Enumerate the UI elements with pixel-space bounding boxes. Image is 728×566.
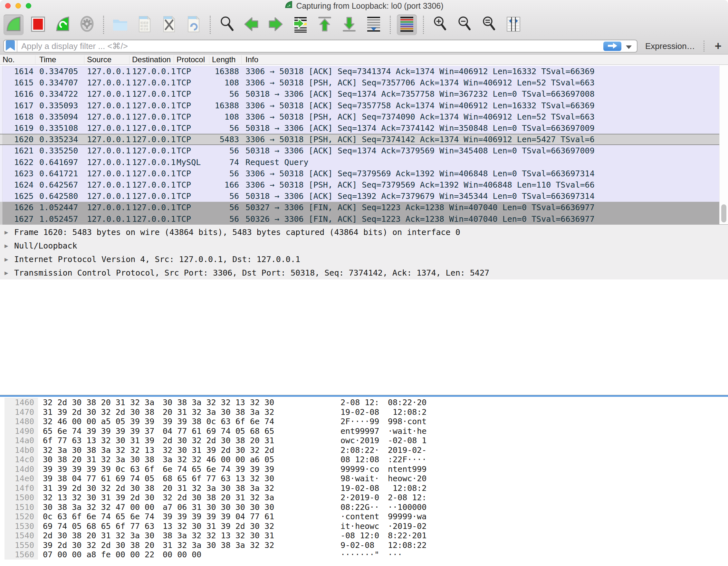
cell-info: 3306 → 50318 [PSH, ACK] Seq=7379569 Ack=… [242, 180, 719, 189]
packet-row-1622[interactable]: 16220.641697127.0.0.1127.0.0.1MySQL74Req… [0, 157, 719, 168]
packet-row-1625[interactable]: 16250.642580127.0.0.1127.0.0.1TCP5650318… [0, 190, 719, 202]
stop-capture-button[interactable] [28, 14, 48, 35]
hex-row-1470[interactable]: 147031 39 2d 30 32 2d 30 3820 31 32 3a 3… [0, 408, 728, 417]
packet-row-1626[interactable]: 16261.052447127.0.0.1127.0.0.1TCP5650327… [0, 202, 719, 213]
hex-row-14c0[interactable]: 14c030 38 20 31 32 3a 30 383a 32 32 46 0… [0, 455, 728, 465]
zoom-out-button[interactable] [455, 14, 474, 35]
hex-offset: 1470 [5, 408, 38, 417]
auto-scroll-button[interactable] [364, 14, 384, 35]
cell-len: 56 [209, 89, 242, 99]
filter-history-dropdown[interactable] [626, 45, 632, 49]
colorize-packets-button[interactable] [397, 14, 417, 35]
hex-row-14f0[interactable]: 14f031 39 2d 30 32 2d 30 3820 31 32 3a 3… [0, 484, 728, 493]
details-row-3[interactable]: ▶Transmission Control Protocol, Src Port… [0, 266, 728, 279]
packet-row-1623[interactable]: 16230.641721127.0.0.1127.0.0.1TCP563306 … [0, 168, 719, 179]
zoom-in-button[interactable] [430, 14, 450, 35]
packet-row-1627[interactable]: 16271.052457127.0.0.1127.0.0.1TCP5650326… [0, 213, 719, 224]
expand-triangle-icon[interactable]: ▶ [5, 269, 14, 276]
packet-row-1624[interactable]: 16240.642567127.0.0.1127.0.0.1TCP1663306… [0, 179, 719, 190]
details-row-0[interactable]: ▶Frame 1620: 5483 bytes on wire (43864 b… [0, 225, 728, 239]
hex-row-1530[interactable]: 153069 74 05 68 65 6f 77 6313 32 30 31 3… [0, 522, 728, 531]
hex-row-1560[interactable]: 156007 00 00 a8 fe 00 00 2200 00 00·····… [0, 550, 728, 560]
cell-no: 1614 [3, 67, 35, 76]
go-to-top-button[interactable] [315, 14, 335, 35]
hex-row-1460[interactable]: 146032 2d 30 38 20 31 32 3a30 38 3a 32 3… [0, 398, 728, 408]
hex-row-14d0[interactable]: 14d039 39 39 39 39 0c 63 6f6e 74 65 6e 7… [0, 465, 728, 474]
hex-row-1490[interactable]: 149065 6e 74 39 39 39 39 3704 77 61 69 7… [0, 427, 728, 436]
packet-row-1618[interactable]: 16180.335094127.0.0.1127.0.0.1TCP1083306… [0, 111, 719, 122]
zoom-original-button[interactable] [479, 14, 499, 35]
go-back-button[interactable] [241, 14, 261, 35]
capture-options-button[interactable] [77, 14, 97, 35]
expand-triangle-icon[interactable]: ▶ [5, 255, 14, 263]
packet-bytes-pane[interactable]: 146032 2d 30 38 20 31 32 3a30 38 3a 32 3… [0, 395, 728, 566]
go-to-packet-button[interactable] [290, 14, 310, 35]
hex-bytes: 3a 32 32 46 00 00 a6 05 [163, 455, 274, 465]
column-header-info[interactable]: Info [242, 55, 728, 64]
resize-columns-button[interactable] [503, 14, 523, 35]
save-file-button[interactable]: 010100110101110 [135, 14, 155, 35]
cell-no: 1615 [3, 78, 35, 87]
column-header-no[interactable]: No. [0, 55, 35, 64]
hex-bytes: 30 38 20 31 32 3a 30 38 [43, 455, 155, 465]
apply-filter-button[interactable] [603, 42, 621, 51]
start-capture-button[interactable] [4, 14, 24, 35]
scrollbar-thumb[interactable] [721, 204, 726, 222]
hex-row-1510[interactable]: 151030 38 3a 32 32 47 00 00a7 06 31 30 3… [0, 503, 728, 512]
zoom-window-button[interactable] [26, 3, 31, 9]
hex-ascii: 998·cont [388, 417, 426, 427]
close-window-button[interactable] [5, 3, 11, 9]
details-row-1[interactable]: ▶Null/Loopback [0, 239, 728, 252]
add-filter-button[interactable]: + [712, 40, 725, 52]
packet-row-1616[interactable]: 16160.334722127.0.0.1127.0.0.1TCP5650318… [0, 88, 719, 100]
row-gutter [0, 213, 3, 224]
cell-dst: 127.0.0.1 [129, 169, 174, 178]
cell-info: 3306 → 50318 [ACK] Seq=7341374 Ack=1374 … [242, 67, 719, 76]
column-header-protocol[interactable]: Protocol [174, 55, 209, 64]
hex-row-1500[interactable]: 150032 13 32 30 31 39 2d 3032 2d 30 38 2… [0, 493, 728, 503]
reload-file-button[interactable] [184, 14, 204, 35]
go-to-bottom-button[interactable] [339, 14, 359, 35]
find-packet-button[interactable] [217, 14, 237, 35]
hex-row-1550[interactable]: 155039 2d 30 32 2d 30 38 2031 32 3a 30 3… [0, 541, 728, 550]
hex-row-1520[interactable]: 15200c 63 6f 6e 74 65 6e 7439 39 39 39 3… [0, 512, 728, 522]
open-file-button[interactable] [110, 14, 130, 35]
cell-src: 127.0.0.1 [84, 158, 129, 167]
window-title-text: Capturing from Loopback: lo0 (port 3306) [296, 1, 443, 11]
packet-row-1615[interactable]: 16150.334707127.0.0.1127.0.0.1TCP1083306… [0, 77, 719, 88]
cell-proto: TCP [174, 78, 209, 87]
cell-proto: TCP [174, 67, 209, 76]
minimize-window-button[interactable] [15, 3, 21, 9]
hex-row-14e0[interactable]: 14e039 38 04 77 61 69 74 0568 65 6f 77 6… [0, 474, 728, 484]
packet-row-1619[interactable]: 16190.335108127.0.0.1127.0.0.1TCP5650318… [0, 122, 719, 134]
column-header-length[interactable]: Length [209, 55, 242, 64]
hex-row-1480[interactable]: 148032 46 00 00 a5 05 39 3939 39 38 0c 6… [0, 417, 728, 427]
column-header-destination[interactable]: Destination [129, 55, 174, 64]
column-header-time[interactable]: Time [35, 55, 84, 64]
close-file-button[interactable] [159, 14, 179, 35]
go-forward-button[interactable] [266, 14, 286, 35]
packet-row-1620[interactable]: 16200.335234127.0.0.1127.0.0.1TCP5483330… [0, 134, 719, 145]
display-filter-input[interactable]: Apply a display filter ... <⌘/> [3, 40, 637, 53]
expression-button[interactable]: Expression… [645, 41, 695, 51]
wireshark-window: Capturing from Loopback: lo0 (port 3306) [0, 0, 728, 566]
packet-row-1617[interactable]: 16170.335093127.0.0.1127.0.0.1TCP1638833… [0, 100, 719, 111]
cell-no: 1622 [3, 158, 35, 167]
column-header-source[interactable]: Source [84, 55, 129, 64]
restart-capture-button[interactable] [53, 14, 72, 35]
cell-len: 56 [209, 169, 242, 178]
hex-row-14b0[interactable]: 14b032 3a 30 38 3a 32 32 1332 30 31 39 2… [0, 446, 728, 455]
packet-list-scrollbar[interactable] [719, 65, 728, 224]
toolbar-separator [423, 16, 424, 34]
cell-proto: TCP [174, 214, 209, 224]
hex-bytes: 39 38 04 77 61 69 74 05 [43, 474, 155, 484]
filter-placeholder: Apply a display filter ... <⌘/> [21, 41, 128, 51]
packet-row-1614[interactable]: 16140.334705127.0.0.1127.0.0.1TCP1638833… [0, 66, 719, 77]
expand-triangle-icon[interactable]: ▶ [5, 242, 14, 249]
hex-row-14a0[interactable]: 14a06f 77 63 13 32 30 31 392d 30 32 2d 3… [0, 436, 728, 446]
hex-row-1540[interactable]: 15402d 30 38 20 31 32 3a 3038 3a 32 32 1… [0, 531, 728, 541]
filter-bookmark-button[interactable] [4, 40, 17, 52]
expand-triangle-icon[interactable]: ▶ [5, 228, 14, 235]
details-row-2[interactable]: ▶Internet Protocol Version 4, Src: 127.0… [0, 252, 728, 266]
packet-row-1621[interactable]: 16210.335250127.0.0.1127.0.0.1TCP5650318… [0, 145, 719, 156]
